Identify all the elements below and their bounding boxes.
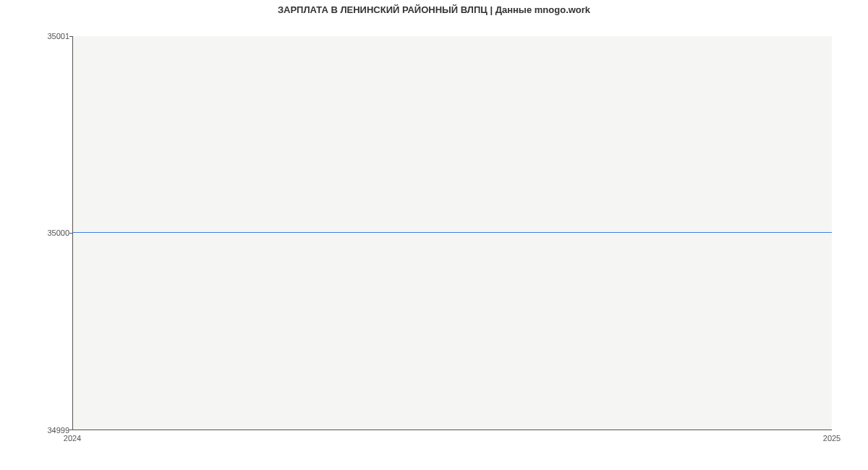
series-line [73, 232, 832, 233]
gridline [73, 233, 832, 234]
y-tick-label: 35000 [47, 228, 69, 237]
y-tick-label: 35001 [47, 32, 69, 40]
chart-title: ЗАРПЛАТА В ЛЕНИНСКИЙ РАЙОННЫЙ ВЛПЦ | Дан… [0, 4, 868, 15]
plot-area [72, 36, 832, 430]
chart-container: ЗАРПЛАТА В ЛЕНИНСКИЙ РАЙОННЫЙ ВЛПЦ | Дан… [0, 0, 868, 470]
x-tick-label: 2025 [823, 434, 841, 443]
x-tick-label: 2024 [64, 434, 81, 443]
